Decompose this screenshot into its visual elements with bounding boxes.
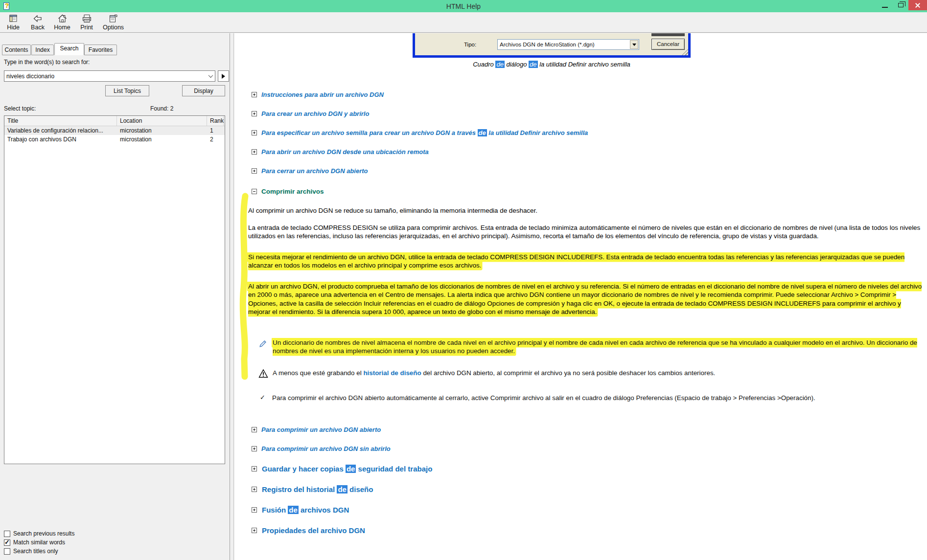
checkbox[interactable] <box>4 539 10 546</box>
note-callout: Un diccionario de nombres de nivel almac… <box>248 338 922 356</box>
expand-plus-icon[interactable] <box>252 446 257 451</box>
hide-icon <box>8 14 19 23</box>
search-options: Search previous results Match similar wo… <box>4 529 74 556</box>
options-button[interactable]: Options <box>103 14 124 31</box>
combo-dropdown-button[interactable] <box>206 71 215 81</box>
warning-text: A menos que esté grabando el historial d… <box>273 369 922 379</box>
expand-plus-icon[interactable] <box>252 149 257 155</box>
check-icon: ✓ <box>260 394 268 403</box>
expand-plus-icon[interactable] <box>252 111 257 116</box>
collapse-minus-icon[interactable] <box>252 189 257 194</box>
expand-plus-icon[interactable] <box>252 130 257 135</box>
tab-favorites[interactable]: Favorites <box>84 45 117 55</box>
paragraph-highlighted: Si necesita mejorar el rendimiento de un… <box>248 253 922 270</box>
navigation-pane: Contents Index Search Favorites Type in … <box>0 33 230 560</box>
minimize-icon <box>882 7 888 8</box>
minimize-button[interactable] <box>877 0 893 10</box>
paragraph-highlighted: Al abrir un archivo DGN, el producto com… <box>248 282 922 316</box>
column-header-title[interactable]: Title <box>4 116 117 126</box>
figure-caption: Cuadro de diálogo de la utilidad Definir… <box>413 61 691 68</box>
expand-plus-icon[interactable] <box>252 528 257 533</box>
topic-comprimir-sin-abrir[interactable]: Para comprimir un archivo DGN sin abrirl… <box>248 445 922 452</box>
maximize-button[interactable] <box>893 0 908 10</box>
column-header-location[interactable]: Location <box>117 116 207 126</box>
section-fusion-archivos[interactable]: Fusión de archivos DGN <box>248 505 922 514</box>
tab-search[interactable]: Search <box>54 43 84 55</box>
dialog-screenshot: Tipo: Archivos DGN de MicroStation (*.dg… <box>413 33 691 58</box>
section-links: Guardar y hacer copias de seguridad del … <box>248 464 922 535</box>
expand-plus-icon[interactable] <box>252 507 257 513</box>
display-button[interactable]: Display <box>182 85 225 96</box>
home-button[interactable]: Home <box>54 14 70 31</box>
search-query-value: niveles diccionario <box>4 73 206 80</box>
cropped-button-remnant <box>651 33 685 36</box>
table-row[interactable]: Variables de configuración relacion... m… <box>4 126 225 135</box>
topic-cerrar-archivo[interactable]: Para cerrar un archivo DGN abierto <box>248 167 922 175</box>
close-icon <box>915 2 921 8</box>
home-icon <box>57 14 68 23</box>
search-go-button[interactable] <box>218 70 229 82</box>
column-header-rank[interactable]: Rank <box>207 116 224 126</box>
option-match-similar-words[interactable]: Match similar words <box>4 538 74 547</box>
arrow-right-icon <box>222 74 225 79</box>
chevron-down-icon <box>208 73 213 78</box>
expand-plus-icon[interactable] <box>252 487 257 492</box>
file-type-dropdown: Archivos DGN de MicroStation (*.dgn) <box>497 39 639 50</box>
table-row[interactable]: Trabajo con archivos DGN microstation 2 <box>4 135 225 144</box>
hide-button[interactable]: Hide <box>5 14 22 31</box>
tip-callout: ✓ Para comprimir el archivo DGN abierto … <box>248 394 922 403</box>
checkbox[interactable] <box>4 548 10 555</box>
results-header-row: Title Location Rank <box>4 116 225 126</box>
section-comprimir-archivos[interactable]: Comprimir archivos <box>248 188 922 195</box>
back-arrow-icon <box>33 14 43 23</box>
found-count: Found: 2 <box>150 105 173 112</box>
topic-pane: Tipo: Archivos DGN de MicroStation (*.dg… <box>234 33 927 560</box>
topic-comprimir-abierto[interactable]: Para comprimir un archivo DGN abierto <box>248 426 922 433</box>
topic-crear-archivo[interactable]: Para crear un archivo DGN y abrirlo <box>248 110 922 117</box>
back-button[interactable]: Back <box>29 14 46 31</box>
checkbox[interactable] <box>4 531 10 537</box>
expand-plus-icon[interactable] <box>252 92 257 97</box>
warning-triangle-icon <box>258 369 268 379</box>
tab-contents[interactable]: Contents <box>2 45 31 55</box>
option-search-previous-results[interactable]: Search previous results <box>4 529 74 538</box>
tipo-label: Tipo: <box>464 42 476 47</box>
select-topic-label: Select topic: <box>4 105 36 112</box>
options-icon <box>108 14 118 23</box>
expand-plus-icon[interactable] <box>252 427 257 432</box>
tab-index[interactable]: Index <box>31 45 54 55</box>
section-propiedades-archivo[interactable]: Propiedades del archivo DGN <box>248 526 922 535</box>
topic-links: Instrucciones para abrir un archivo DGN … <box>248 90 922 175</box>
dropdown-arrow-icon <box>630 40 638 49</box>
note-text: Un diccionario de nombres de nivel almac… <box>273 338 922 356</box>
print-button[interactable]: Print <box>78 14 95 31</box>
expand-plus-icon[interactable] <box>252 466 257 471</box>
topic-abrir-remota[interactable]: Para abrir un archivo DGN desde una ubic… <box>248 148 922 156</box>
search-input[interactable]: niveles diccionario <box>4 70 215 82</box>
toolbar: Hide Back Home Print Options <box>0 12 927 33</box>
section-registro-historial[interactable]: Registro del historial de diseño <box>248 485 922 493</box>
title-bar: ? HTML Help <box>0 0 927 12</box>
list-topics-button[interactable]: List Topics <box>105 85 149 96</box>
paragraph: Al comprimir un archivo DGN se reduce su… <box>248 206 922 215</box>
note-pencil-icon <box>258 338 268 348</box>
pane-splitter[interactable] <box>231 33 234 560</box>
warning-callout: A menos que esté grabando el historial d… <box>248 369 922 379</box>
search-prompt-label: Type in the word(s) to search for: <box>4 59 90 66</box>
cancel-button-image: Cancelar <box>651 39 685 50</box>
expand-plus-icon[interactable] <box>252 168 257 174</box>
option-search-titles-only[interactable]: Search titles only <box>4 547 74 556</box>
topic-especificar-semilla[interactable]: Para especificar un archivo semilla para… <box>248 129 922 136</box>
define-seed-file-dialog-image: Tipo: Archivos DGN de MicroStation (*.dg… <box>413 33 691 58</box>
topic-instrucciones-abrir[interactable]: Instrucciones para abrir un archivo DGN <box>248 90 922 98</box>
print-icon <box>82 14 92 23</box>
more-topic-links: Para comprimir un archivo DGN abierto Pa… <box>248 426 922 452</box>
window-title: HTML Help <box>0 2 927 10</box>
search-results-list: Title Location Rank Variables de configu… <box>4 115 225 464</box>
paragraph: La entrada de teclado COMPRESS DESIGN se… <box>248 224 922 241</box>
tip-text: Para comprimir el archivo DGN abierto au… <box>272 394 922 403</box>
maximize-icon <box>898 3 904 7</box>
close-button[interactable] <box>908 0 927 10</box>
section-guardar-copias[interactable]: Guardar y hacer copias de seguridad del … <box>248 464 922 473</box>
